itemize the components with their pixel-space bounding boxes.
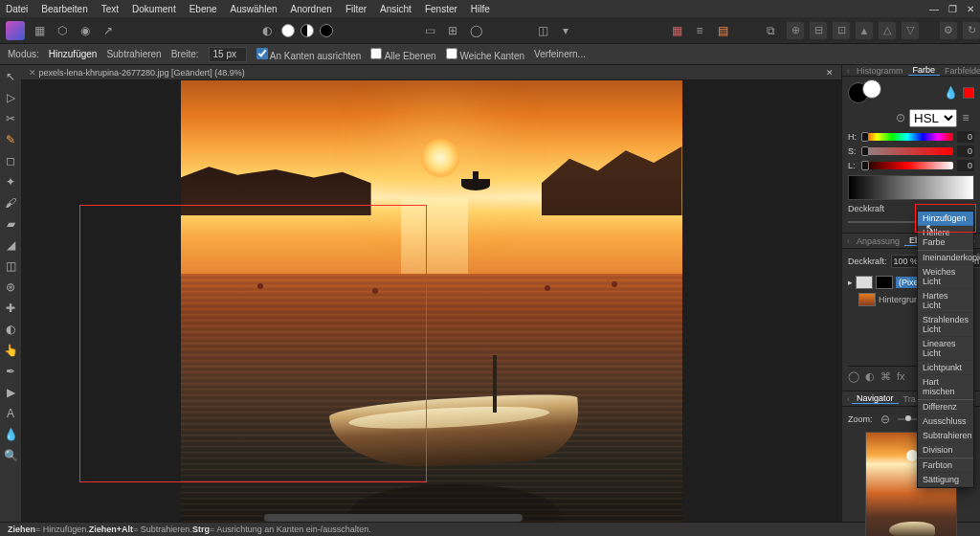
tab-histogramm[interactable]: Histogramm [852,66,908,76]
blend-ausschluss[interactable]: Ausschluss [918,414,973,429]
add-mask-icon[interactable]: ◯ [848,370,859,383]
arrange-distribute-icon[interactable]: ▤ [714,22,731,39]
blend-ineinanderkopieren[interactable]: Ineinanderkopieren [918,250,973,265]
menu-filter[interactable]: Filter [345,4,367,14]
breite-input[interactable] [209,47,247,62]
autolevels-icon[interactable]: ◐ [258,22,276,39]
window-close-button[interactable]: ✕ [967,4,974,14]
saturation-value[interactable]: 0 [957,145,974,157]
marquee-tool-icon[interactable]: ◻ [3,153,18,168]
hue-value[interactable]: 0 [957,131,974,143]
quickmask-icon[interactable]: ◯ [467,22,484,39]
order-forward-icon[interactable]: △ [879,22,896,39]
colorpicker-icon[interactable]: 💧 [942,84,959,101]
insert-inside-icon[interactable]: ⊟ [810,22,827,39]
alle-ebenen-checkbox[interactable]: Alle Ebenen [370,48,435,61]
shape-tool-icon[interactable]: ▶ [3,385,18,400]
arrange-grid-icon[interactable]: ▦ [668,22,685,39]
add-adjustment-icon[interactable]: ◐ [865,370,875,383]
selection-brush-tool-icon[interactable]: ✎ [3,132,18,147]
recent-color-swatch[interactable] [963,87,974,99]
lightness-slider[interactable] [861,162,953,169]
insert-target-icon[interactable]: ⊕ [787,22,804,39]
node-tool-icon[interactable]: ▷ [3,90,18,105]
menu-text[interactable]: Text [101,4,119,14]
menu-auswaehlen[interactable]: Auswählen [231,4,278,14]
healing-tool-icon[interactable]: ✚ [3,301,18,316]
add-livefilter-icon[interactable]: ⌘ [880,370,891,383]
persona-develop-icon[interactable]: ◉ [77,22,94,39]
viewport[interactable] [21,80,841,522]
menu-anordnen[interactable]: Anordnen [291,4,332,14]
layer-expand-icon[interactable]: ▸ [848,278,853,287]
move-tool-icon[interactable]: ↖ [3,69,18,84]
persona-liquify-icon[interactable]: ⬡ [54,22,71,39]
blend-hellere-farbe[interactable]: Hellere Farbe [918,226,973,250]
persona-photo-icon[interactable]: ▦ [31,22,48,39]
flood-select-tool-icon[interactable]: ✦ [3,174,18,190]
blend-weiches-licht[interactable]: Weiches Licht [918,265,973,289]
blend-hart-mischen[interactable]: Hart mischen [918,375,973,399]
paintbrush-tool-icon[interactable]: 🖌 [3,195,18,211]
crop-tool-icon[interactable]: ✂ [3,111,18,126]
fill-tool-icon[interactable]: ▰ [3,216,18,232]
an-kanten-checkbox[interactable]: An Kanten ausrichten [256,48,362,61]
menu-dokument[interactable]: Dokument [132,4,176,14]
insert-behind-icon[interactable]: ⊡ [833,22,850,39]
colorpicker-tool-icon[interactable]: 💧 [3,427,18,442]
zoom-tool-icon[interactable]: 🔍 [3,448,18,463]
blend-saettigung[interactable]: Sättigung [918,473,973,487]
blend-division[interactable]: Division [918,443,973,458]
menu-hilfe[interactable]: Hilfe [471,4,490,14]
dodge-tool-icon[interactable]: ◐ [3,322,18,337]
dropdown-icon[interactable]: ▾ [557,22,574,39]
tab-close-icon[interactable]: ✕ [826,68,834,78]
swatch-grey-icon[interactable] [301,24,314,37]
menu-ebene[interactable]: Ebene [189,4,217,14]
add-fx-icon[interactable]: fx [897,370,905,383]
tab-farbfelder[interactable]: Farbfelder [940,66,980,76]
menu-bearbeiten[interactable]: Bearbeiten [41,4,87,14]
selection-transform-icon[interactable]: ⊞ [444,22,461,39]
zoom-out-icon[interactable]: ⊖ [877,411,894,428]
colormode-select[interactable]: HSL [909,109,957,127]
verfeinern-button[interactable]: Verfeinern... [534,49,586,59]
blend-farbton[interactable]: Farbton [918,458,973,473]
blend-strahlendes-licht[interactable]: Strahlendes Licht [918,313,973,337]
smudge-tool-icon[interactable]: 👆 [3,343,18,358]
persona-export-icon[interactable]: ↗ [100,22,117,39]
blend-hinzufuegen[interactable]: Hinzufügen [918,212,973,226]
blend-lichtpunkt[interactable]: Lichtpunkt [918,361,973,375]
foreground-color-swatch[interactable] [848,82,869,103]
selection-rect-icon[interactable]: ▭ [421,22,438,39]
menu-ansicht[interactable]: Ansicht [380,4,412,14]
window-minimize-button[interactable]: — [929,4,939,14]
blend-lineares-licht[interactable]: Lineares Licht [918,337,973,361]
menu-datei[interactable]: Datei [6,4,28,14]
tab-farbe[interactable]: Farbe [908,65,941,76]
blend-hartes-licht[interactable]: Hartes Licht [918,289,973,313]
assistant-icon[interactable]: ⚙ [940,22,957,39]
gradient-tool-icon[interactable]: ◢ [3,237,18,253]
blend-subtrahieren[interactable]: Subtrahieren [918,429,973,443]
arrange-align-icon[interactable]: ≡ [691,22,708,39]
order-front-icon[interactable]: ▲ [856,22,873,39]
document-tab[interactable]: ✕ pexels-lena-khrupina-2677280.jpg [Geän… [21,65,841,80]
order-back-icon[interactable]: ▽ [902,22,919,39]
horizontal-scrollbar[interactable] [264,514,523,522]
clone-tool-icon[interactable]: ⊛ [3,279,18,295]
tab-anpassung[interactable]: Anpassung [852,236,904,246]
snapping-icon[interactable]: ⧉ [762,22,779,39]
blend-differenz[interactable]: Differenz [918,399,973,414]
pen-tool-icon[interactable]: ✒ [3,364,18,379]
window-maximize-button[interactable]: ❐ [948,4,957,14]
text-tool-icon[interactable]: A [3,406,18,421]
eraser-tool-icon[interactable]: ◫ [3,258,18,274]
swatch-white-icon[interactable] [281,24,295,37]
eyedropper-icon[interactable]: ⊙ [892,109,909,126]
panel-menu-icon[interactable]: ≡ [957,109,974,126]
tab-navigator[interactable]: Navigator [852,393,899,404]
hue-slider[interactable] [861,133,953,141]
saturation-slider[interactable] [861,147,953,155]
swatch-black-icon[interactable] [320,24,333,37]
